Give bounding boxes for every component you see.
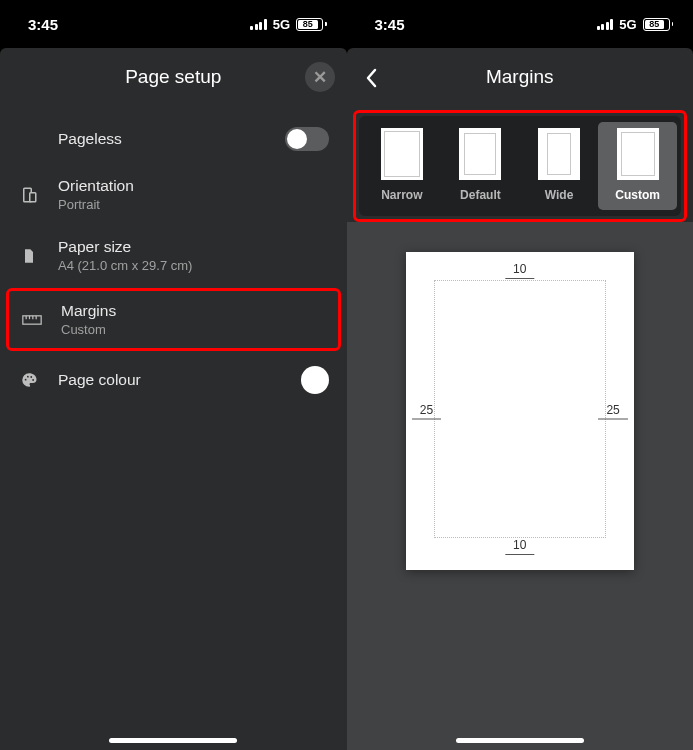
margin-label-wide: Wide — [545, 188, 574, 202]
margin-option-narrow[interactable]: Narrow — [363, 122, 442, 210]
pageless-row[interactable]: Pageless — [0, 114, 347, 164]
home-indicator[interactable] — [109, 738, 237, 743]
chevron-left-icon — [364, 68, 378, 88]
panel-header: Margins — [347, 48, 694, 106]
network-label: 5G — [619, 17, 636, 32]
signal-icon — [597, 19, 614, 30]
margins-value: Custom — [61, 322, 326, 337]
svg-point-8 — [27, 376, 29, 378]
orientation-value: Portrait — [58, 197, 329, 212]
battery-icon: 85 — [643, 18, 674, 31]
margin-label-custom: Custom — [615, 188, 660, 202]
margin-right-input[interactable]: 25 — [598, 403, 627, 420]
home-indicator[interactable] — [456, 738, 584, 743]
screen-margins: 3:45 5G 85 Margins Narrow — [347, 0, 694, 750]
page-colour-swatch[interactable] — [301, 366, 329, 394]
paper-size-row[interactable]: Paper size A4 (21.0 cm x 29.7 cm) — [0, 225, 347, 286]
page-preview-wrap: 10 10 25 25 — [347, 222, 694, 750]
page-colour-row[interactable]: Page colour — [0, 353, 347, 407]
margin-thumb-custom — [617, 128, 659, 180]
panel-header: Page setup ✕ — [0, 48, 347, 106]
screen-page-setup: 3:45 5G 85 Page setup ✕ Pageless — [0, 0, 347, 750]
margins-label: Margins — [61, 302, 326, 320]
margin-label-default: Default — [460, 188, 501, 202]
page-colour-label: Page colour — [58, 371, 283, 389]
margin-guide — [434, 280, 606, 538]
margin-option-wide[interactable]: Wide — [520, 122, 599, 210]
network-label: 5G — [273, 17, 290, 32]
page-preview: 10 10 25 25 — [406, 252, 634, 570]
margin-label-narrow: Narrow — [381, 188, 422, 202]
svg-rect-1 — [30, 192, 36, 201]
orientation-icon — [18, 186, 40, 204]
margins-panel: Margins Narrow Default — [347, 48, 694, 750]
svg-point-9 — [30, 376, 32, 378]
paper-value: A4 (21.0 cm x 29.7 cm) — [58, 258, 329, 273]
margin-thumb-default — [459, 128, 501, 180]
back-button[interactable] — [357, 64, 385, 92]
settings-list: Pageless Orientation Portrait — [0, 106, 347, 415]
page-setup-panel: Page setup ✕ Pageless Orientat — [0, 48, 347, 750]
margin-option-default[interactable]: Default — [441, 122, 520, 210]
page-title: Margins — [486, 66, 554, 88]
paper-icon — [18, 247, 40, 265]
close-icon: ✕ — [313, 69, 327, 86]
margin-bottom-input[interactable]: 10 — [505, 538, 534, 555]
svg-point-7 — [25, 379, 27, 381]
signal-icon — [250, 19, 267, 30]
page-title: Page setup — [125, 66, 221, 88]
margin-options-strip: Narrow Default Wide — [359, 116, 682, 216]
margin-option-custom[interactable]: Custom — [598, 122, 677, 210]
margin-thumb-wide — [538, 128, 580, 180]
ruler-icon — [21, 313, 43, 327]
status-time: 3:45 — [28, 16, 58, 33]
pageless-label: Pageless — [58, 130, 267, 148]
margin-top-input[interactable]: 10 — [505, 262, 534, 279]
status-time: 3:45 — [375, 16, 405, 33]
status-bar: 3:45 5G 85 — [347, 0, 694, 48]
status-right: 5G 85 — [250, 17, 326, 32]
palette-icon — [18, 371, 40, 389]
svg-point-10 — [32, 379, 34, 381]
paper-label: Paper size — [58, 238, 329, 256]
margin-thumb-narrow — [381, 128, 423, 180]
toggle-knob — [287, 129, 307, 149]
status-right: 5G 85 — [597, 17, 673, 32]
status-bar: 3:45 5G 85 — [0, 0, 347, 48]
orientation-label: Orientation — [58, 177, 329, 195]
close-button[interactable]: ✕ — [305, 62, 335, 92]
margin-left-input[interactable]: 25 — [412, 403, 441, 420]
pageless-toggle[interactable] — [285, 127, 329, 151]
orientation-row[interactable]: Orientation Portrait — [0, 164, 347, 225]
margins-row[interactable]: Margins Custom — [6, 288, 341, 351]
margin-options-highlight: Narrow Default Wide — [353, 110, 688, 222]
battery-icon: 85 — [296, 18, 327, 31]
